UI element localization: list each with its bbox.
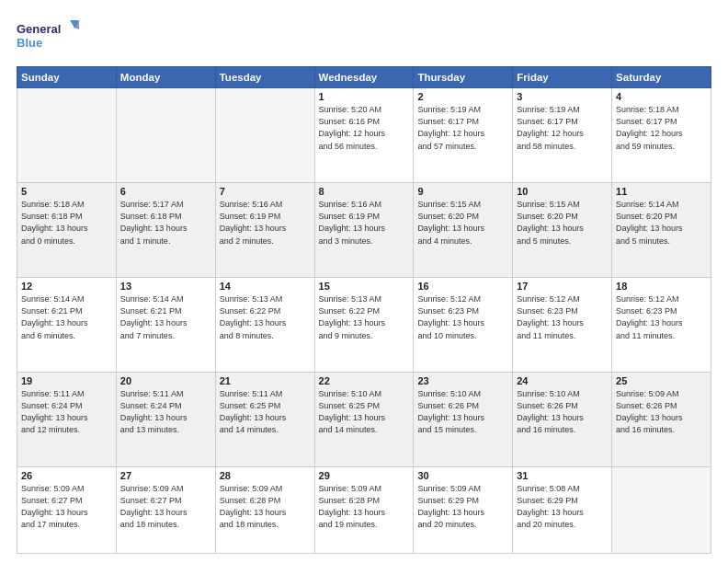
day-info: Sunrise: 5:12 AM Sunset: 6:23 PM Dayligh… bbox=[417, 293, 508, 341]
day-info: Sunrise: 5:09 AM Sunset: 6:27 PM Dayligh… bbox=[120, 483, 211, 531]
day-number: 5 bbox=[21, 186, 112, 197]
calendar-week-row: 5Sunrise: 5:18 AM Sunset: 6:18 PM Daylig… bbox=[17, 183, 711, 278]
day-number: 24 bbox=[517, 375, 608, 386]
page: General Blue SundayMondayTuesdayWednesda… bbox=[0, 0, 728, 563]
day-info: Sunrise: 5:16 AM Sunset: 6:19 PM Dayligh… bbox=[220, 199, 311, 247]
day-info: Sunrise: 5:09 AM Sunset: 6:27 PM Dayligh… bbox=[21, 483, 112, 531]
day-number: 16 bbox=[417, 281, 508, 292]
header: General Blue bbox=[17, 17, 711, 57]
day-info: Sunrise: 5:09 AM Sunset: 6:29 PM Dayligh… bbox=[417, 483, 508, 531]
calendar-cell: 19Sunrise: 5:11 AM Sunset: 6:24 PM Dayli… bbox=[17, 373, 117, 467]
day-number: 18 bbox=[616, 281, 707, 292]
day-info: Sunrise: 5:18 AM Sunset: 6:17 PM Dayligh… bbox=[616, 104, 707, 152]
day-number: 10 bbox=[517, 186, 608, 197]
calendar-cell bbox=[612, 467, 711, 554]
calendar-cell: 12Sunrise: 5:14 AM Sunset: 6:21 PM Dayli… bbox=[17, 278, 117, 373]
day-info: Sunrise: 5:09 AM Sunset: 6:26 PM Dayligh… bbox=[616, 388, 707, 436]
calendar-table: SundayMondayTuesdayWednesdayThursdayFrid… bbox=[17, 66, 711, 554]
day-number: 25 bbox=[616, 375, 707, 386]
day-number: 7 bbox=[220, 186, 311, 197]
day-info: Sunrise: 5:14 AM Sunset: 6:21 PM Dayligh… bbox=[120, 293, 211, 341]
calendar-week-row: 26Sunrise: 5:09 AM Sunset: 6:27 PM Dayli… bbox=[17, 467, 711, 554]
day-info: Sunrise: 5:15 AM Sunset: 6:20 PM Dayligh… bbox=[417, 199, 508, 247]
day-number: 11 bbox=[616, 186, 707, 197]
calendar-cell: 7Sunrise: 5:16 AM Sunset: 6:19 PM Daylig… bbox=[215, 183, 314, 278]
day-info: Sunrise: 5:13 AM Sunset: 6:22 PM Dayligh… bbox=[220, 293, 311, 341]
day-number: 19 bbox=[21, 375, 112, 386]
logo-svg: General Blue bbox=[17, 17, 81, 53]
day-number: 22 bbox=[319, 375, 410, 386]
calendar-week-row: 12Sunrise: 5:14 AM Sunset: 6:21 PM Dayli… bbox=[17, 278, 711, 373]
day-number: 13 bbox=[120, 281, 211, 292]
calendar-cell: 27Sunrise: 5:09 AM Sunset: 6:27 PM Dayli… bbox=[116, 467, 215, 554]
day-number: 21 bbox=[220, 375, 311, 386]
calendar-cell: 18Sunrise: 5:12 AM Sunset: 6:23 PM Dayli… bbox=[612, 278, 711, 373]
day-info: Sunrise: 5:20 AM Sunset: 6:16 PM Dayligh… bbox=[319, 104, 410, 152]
day-info: Sunrise: 5:17 AM Sunset: 6:18 PM Dayligh… bbox=[120, 199, 211, 247]
weekday-sunday: Sunday bbox=[17, 67, 117, 88]
day-info: Sunrise: 5:11 AM Sunset: 6:25 PM Dayligh… bbox=[220, 388, 311, 436]
calendar-week-row: 1Sunrise: 5:20 AM Sunset: 6:16 PM Daylig… bbox=[17, 88, 711, 183]
weekday-friday: Friday bbox=[513, 67, 612, 88]
day-number: 31 bbox=[517, 470, 608, 481]
calendar-cell: 2Sunrise: 5:19 AM Sunset: 6:17 PM Daylig… bbox=[414, 88, 513, 183]
calendar-cell: 28Sunrise: 5:09 AM Sunset: 6:28 PM Dayli… bbox=[215, 467, 314, 554]
svg-text:General: General bbox=[17, 22, 61, 36]
day-number: 17 bbox=[517, 281, 608, 292]
calendar-cell: 24Sunrise: 5:10 AM Sunset: 6:26 PM Dayli… bbox=[513, 373, 612, 467]
day-info: Sunrise: 5:10 AM Sunset: 6:26 PM Dayligh… bbox=[517, 388, 608, 436]
svg-text:Blue: Blue bbox=[17, 36, 42, 50]
calendar-cell: 5Sunrise: 5:18 AM Sunset: 6:18 PM Daylig… bbox=[17, 183, 117, 278]
calendar-cell: 8Sunrise: 5:16 AM Sunset: 6:19 PM Daylig… bbox=[314, 183, 414, 278]
calendar-cell bbox=[116, 88, 215, 183]
calendar-cell: 9Sunrise: 5:15 AM Sunset: 6:20 PM Daylig… bbox=[414, 183, 513, 278]
calendar-cell: 30Sunrise: 5:09 AM Sunset: 6:29 PM Dayli… bbox=[414, 467, 513, 554]
calendar-cell: 26Sunrise: 5:09 AM Sunset: 6:27 PM Dayli… bbox=[17, 467, 117, 554]
logo: General Blue bbox=[17, 17, 81, 57]
day-number: 26 bbox=[21, 470, 112, 481]
day-info: Sunrise: 5:19 AM Sunset: 6:17 PM Dayligh… bbox=[417, 104, 508, 152]
day-number: 23 bbox=[417, 375, 508, 386]
day-info: Sunrise: 5:11 AM Sunset: 6:24 PM Dayligh… bbox=[120, 388, 211, 436]
calendar-cell: 4Sunrise: 5:18 AM Sunset: 6:17 PM Daylig… bbox=[612, 88, 711, 183]
day-number: 29 bbox=[319, 470, 410, 481]
calendar-cell: 22Sunrise: 5:10 AM Sunset: 6:25 PM Dayli… bbox=[314, 373, 414, 467]
weekday-tuesday: Tuesday bbox=[215, 67, 314, 88]
day-info: Sunrise: 5:14 AM Sunset: 6:20 PM Dayligh… bbox=[616, 199, 707, 247]
calendar-cell: 21Sunrise: 5:11 AM Sunset: 6:25 PM Dayli… bbox=[215, 373, 314, 467]
day-number: 14 bbox=[220, 281, 311, 292]
day-info: Sunrise: 5:08 AM Sunset: 6:29 PM Dayligh… bbox=[517, 483, 608, 531]
weekday-thursday: Thursday bbox=[414, 67, 513, 88]
day-number: 8 bbox=[319, 186, 410, 197]
calendar-cell bbox=[17, 88, 117, 183]
day-info: Sunrise: 5:16 AM Sunset: 6:19 PM Dayligh… bbox=[319, 199, 410, 247]
day-number: 1 bbox=[319, 91, 410, 102]
calendar-cell: 25Sunrise: 5:09 AM Sunset: 6:26 PM Dayli… bbox=[612, 373, 711, 467]
day-info: Sunrise: 5:10 AM Sunset: 6:25 PM Dayligh… bbox=[319, 388, 410, 436]
day-number: 3 bbox=[517, 91, 608, 102]
calendar-cell: 11Sunrise: 5:14 AM Sunset: 6:20 PM Dayli… bbox=[612, 183, 711, 278]
calendar-cell: 10Sunrise: 5:15 AM Sunset: 6:20 PM Dayli… bbox=[513, 183, 612, 278]
day-info: Sunrise: 5:15 AM Sunset: 6:20 PM Dayligh… bbox=[517, 199, 608, 247]
day-info: Sunrise: 5:10 AM Sunset: 6:26 PM Dayligh… bbox=[417, 388, 508, 436]
day-info: Sunrise: 5:13 AM Sunset: 6:22 PM Dayligh… bbox=[319, 293, 410, 341]
calendar-cell: 20Sunrise: 5:11 AM Sunset: 6:24 PM Dayli… bbox=[116, 373, 215, 467]
day-info: Sunrise: 5:11 AM Sunset: 6:24 PM Dayligh… bbox=[21, 388, 112, 436]
weekday-header-row: SundayMondayTuesdayWednesdayThursdayFrid… bbox=[17, 67, 711, 88]
day-info: Sunrise: 5:09 AM Sunset: 6:28 PM Dayligh… bbox=[319, 483, 410, 531]
calendar-cell: 14Sunrise: 5:13 AM Sunset: 6:22 PM Dayli… bbox=[215, 278, 314, 373]
day-number: 6 bbox=[120, 186, 211, 197]
day-number: 15 bbox=[319, 281, 410, 292]
day-number: 30 bbox=[417, 470, 508, 481]
day-info: Sunrise: 5:18 AM Sunset: 6:18 PM Dayligh… bbox=[21, 199, 112, 247]
calendar-cell: 23Sunrise: 5:10 AM Sunset: 6:26 PM Dayli… bbox=[414, 373, 513, 467]
day-number: 9 bbox=[417, 186, 508, 197]
calendar-cell: 15Sunrise: 5:13 AM Sunset: 6:22 PM Dayli… bbox=[314, 278, 414, 373]
calendar-cell bbox=[215, 88, 314, 183]
calendar-cell: 3Sunrise: 5:19 AM Sunset: 6:17 PM Daylig… bbox=[513, 88, 612, 183]
logo-wordmark: General Blue bbox=[17, 17, 81, 57]
day-number: 20 bbox=[120, 375, 211, 386]
calendar-week-row: 19Sunrise: 5:11 AM Sunset: 6:24 PM Dayli… bbox=[17, 373, 711, 467]
day-info: Sunrise: 5:14 AM Sunset: 6:21 PM Dayligh… bbox=[21, 293, 112, 341]
day-number: 27 bbox=[120, 470, 211, 481]
